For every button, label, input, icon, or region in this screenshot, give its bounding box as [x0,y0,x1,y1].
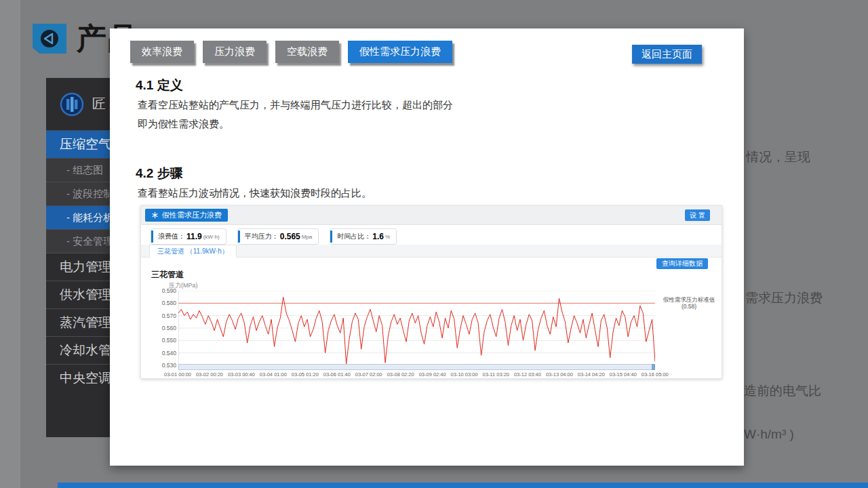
stat-unit: % [385,234,390,240]
background-text-fragment: W·h/m³ ) [744,427,794,442]
x-tick-label: 03-10 03:00 [451,371,478,378]
stat-time-ratio: 时间占比： 1.6 % [330,228,397,245]
stat-label: 平均压力： [245,232,279,241]
back-to-main-button[interactable]: 返回主页面 [632,45,702,64]
y-axis-labels: 0.5900.5800.5700.5600.5500.5400.530 [151,291,176,365]
y-tick-label: 0.540 [162,350,176,357]
stat-waste-value: 浪费值： 11.9 (kW·h) [151,228,226,245]
background-text-fragment: 造前的电气比 [744,382,821,400]
pressure-line-chart [178,291,655,365]
y-tick-label: 0.580 [162,300,176,306]
left-gutter [0,0,20,488]
dashboard-title-badge[interactable]: 假性需求压力浪费 [145,209,228,222]
section-steps-heading: 4.2 步骤 [136,165,183,182]
back-logo[interactable] [33,24,66,54]
y-tick-label: 0.530 [162,362,176,369]
waste-tabs: 效率浪费 压力浪费 空载浪费 假性需求压力浪费 [130,41,452,63]
y-tick-label: 0.560 [162,325,176,331]
sidebar-brand-label: 匠 [92,95,106,113]
background-text-fragment: 情况，呈现 [746,148,810,166]
stats-row: 浪费值： 11.9 (kW·h) 平均压力： 0.565 Mpa 时间占比： 1… [151,228,397,245]
waste-detail-modal: 效率浪费 压力浪费 空载浪费 假性需求压力浪费 返回主页面 4.1 定义 查看空… [110,28,744,466]
chart-title: 三花管道 [151,269,184,281]
x-tick-label: 03-09 02:40 [419,371,446,378]
stat-unit: (kW·h) [203,234,220,240]
section-definition-body: 查看空压站整站的产气压力，并与终端用气压力进行比较，超出的部分 即为假性需求浪费… [138,96,504,134]
back-arrow-icon [37,26,62,51]
x-tick-label: 03-03 00:40 [228,371,255,378]
tab-false-demand-pressure-waste[interactable]: 假性需求压力浪费 [348,41,452,63]
stat-average-pressure: 平均压力： 0.565 Mpa [237,228,319,245]
dashboard-screenshot: 假性需求压力浪费 设 置 浪费值： 11.9 (kW·h) 平均压力： 0.56… [140,205,722,379]
x-tick-label: 03-07 02:00 [355,371,382,378]
stat-label: 浪费值： [158,232,185,241]
query-detail-button[interactable]: 查询详细数据 [656,258,708,269]
stat-label: 时间占比： [337,232,371,241]
y-tick-label: 0.550 [162,337,176,344]
x-tick-label: 03-14 04:20 [578,371,605,378]
x-tick-label: 03-13 04:00 [546,371,573,378]
settings-button[interactable]: 设 置 [685,209,710,221]
section-definition-heading: 4.1 定义 [136,77,183,94]
stat-unit: Mpa [302,234,313,240]
x-tick-label: 03-04 01:00 [260,371,287,378]
stat-value: 1.6 [372,232,384,241]
tab-idle-waste[interactable]: 空载浪费 [275,41,339,63]
y-tick-label: 0.590 [162,287,176,294]
x-tick-label: 03-06 01:40 [323,371,351,378]
badge-icon [151,211,159,219]
threshold-label: 假性需求压力标准值 [658,296,720,303]
dashboard-header [141,206,722,225]
background-text-fragment: 需求压力浪费 [745,289,823,307]
x-tick-label: 03-02 00:20 [196,371,223,378]
x-tick-label: 03-01 00:00 [164,371,191,378]
x-tick-label: 03-12 03:40 [514,371,541,378]
sidebar-brand-icon [60,92,84,117]
x-tick-label: 03-11 03:20 [483,371,509,378]
threshold-annotation: 假性需求压力标准值 (0.58) [658,296,720,310]
y-tick-label: 0.570 [162,312,176,319]
stat-value: 11.9 [186,232,202,241]
tab-efficiency-waste[interactable]: 效率浪费 [130,41,194,63]
pipe-tab-row: 三花管道 （11.9kW·h） [141,245,722,258]
chart-plot [178,291,655,365]
threshold-value: (0.58) [658,303,720,310]
x-axis-labels: 03-01 00:0003-02 00:2003-03 00:4003-04 0… [164,371,669,378]
bottom-blue-bar [58,483,868,488]
screen: 产品 匠 压缩空气- 组态图- 波段控制- 能耗分析- 安全管理电力管理供水管理… [0,0,868,488]
datazoom-slider[interactable] [178,364,655,370]
x-tick-label: 03-05 01:20 [292,371,319,378]
tab-pressure-waste[interactable]: 压力浪费 [203,41,267,63]
x-tick-label: 03-16 05:00 [642,371,669,378]
x-tick-label: 03-15 04:40 [610,371,637,378]
dashboard-title-label: 假性需求压力浪费 [162,210,222,220]
stat-value: 0.565 [280,232,300,241]
tab-sanhua-pipeline[interactable]: 三花管道 （11.9kW·h） [149,245,237,258]
section-steps-body: 查看整站压力波动情况，快速获知浪费时段的占比。 [138,184,504,203]
x-tick-label: 03-08 02:20 [387,371,414,378]
